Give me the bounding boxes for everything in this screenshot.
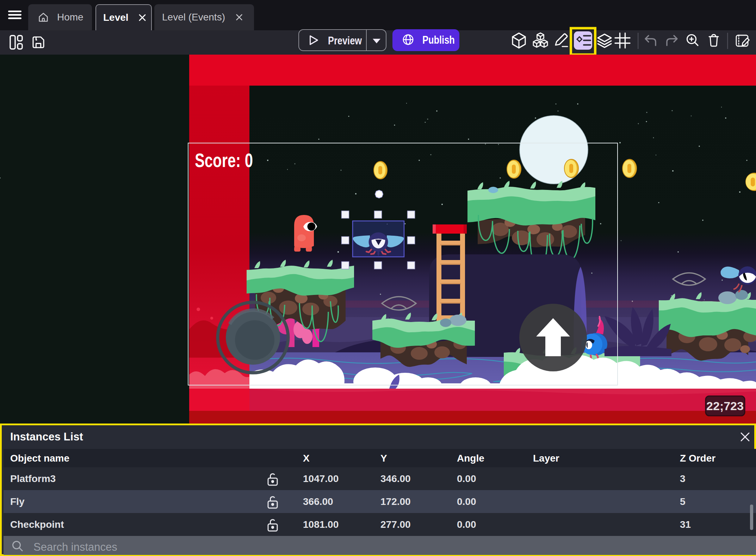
svg-text:Score: 0: Score: 0	[195, 149, 253, 171]
svg-text:22;723: 22;723	[706, 399, 744, 413]
